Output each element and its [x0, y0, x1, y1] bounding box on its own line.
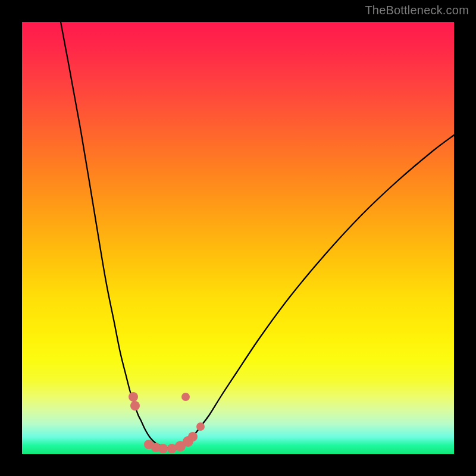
curve-layer — [22, 22, 454, 454]
bottleneck-curve-left — [61, 22, 168, 448]
data-marker — [130, 401, 140, 411]
chart-frame: TheBottleneck.com — [0, 0, 476, 476]
data-markers — [129, 392, 205, 453]
data-marker — [188, 432, 198, 441]
watermark-text: TheBottleneck.com — [365, 4, 469, 17]
data-marker — [181, 393, 190, 401]
bottleneck-curve-right — [168, 135, 454, 448]
plot-area — [22, 22, 454, 454]
data-marker — [158, 444, 168, 453]
data-marker — [196, 422, 205, 431]
data-marker — [129, 392, 138, 402]
